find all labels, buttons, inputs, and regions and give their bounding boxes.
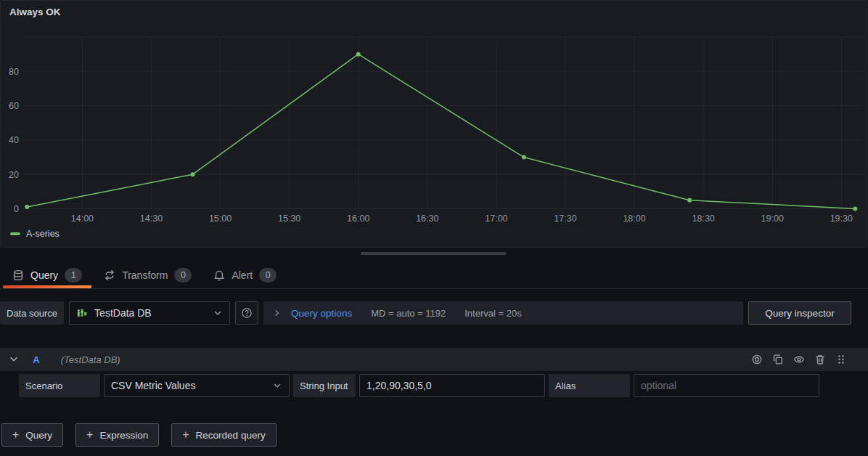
timeseries-panel: 14:0014:3015:0015:3016:0016:3017:0017:30… [0, 0, 867, 248]
duplicate-icon[interactable] [772, 354, 784, 365]
tab-query-count-badge: 1 [65, 268, 82, 282]
series-label: A-series [26, 229, 60, 239]
plus-icon: + [182, 429, 189, 441]
query-options-link[interactable]: Query options [291, 308, 352, 319]
bell-icon [213, 269, 225, 281]
chevron-down-icon [272, 380, 282, 391]
query-options-bar[interactable]: Query options MD = auto = 1192 Interval … [263, 301, 743, 325]
string-input-field[interactable] [359, 374, 545, 397]
add-query-button[interactable]: + Query [1, 423, 63, 447]
scenario-select[interactable]: CSV Metric Values [104, 374, 290, 397]
svg-text:17:30: 17:30 [554, 213, 576, 224]
svg-text:0: 0 [14, 204, 19, 214]
tab-alert[interactable]: Alert 0 [202, 262, 287, 288]
editor-actions: + Query + Expression + Recorded query [1, 423, 277, 447]
svg-text:15:30: 15:30 [278, 213, 300, 224]
datasource-help-button[interactable] [235, 301, 258, 325]
record-circle-icon[interactable] [751, 354, 763, 365]
help-circle-icon [241, 307, 253, 319]
svg-text:20: 20 [9, 170, 19, 180]
collapse-chevron-icon[interactable] [9, 354, 19, 365]
chevron-right-icon [273, 309, 282, 317]
query-row-actions [751, 354, 847, 365]
alias-label: Alias [549, 374, 630, 397]
testdata-datasource-icon [76, 307, 88, 319]
tab-transform[interactable]: Transform 0 [93, 262, 202, 288]
svg-text:15:00: 15:00 [209, 213, 232, 224]
string-input-label: String Input [293, 374, 356, 397]
svg-text:17:00: 17:00 [485, 213, 507, 224]
svg-text:40: 40 [9, 135, 19, 145]
panel-title[interactable]: Always OK [9, 7, 61, 17]
tab-transform-count-badge: 0 [174, 268, 192, 282]
svg-text:19:30: 19:30 [830, 213, 853, 224]
svg-text:14:00: 14:00 [71, 213, 94, 224]
query-editor-fields: Scenario CSV Metric Values String Input … [19, 374, 819, 397]
add-recorded-query-button[interactable]: + Recorded query [171, 423, 276, 447]
tab-query-label: Query [30, 269, 58, 281]
add-expression-button[interactable]: + Expression [75, 423, 159, 447]
editor-tabs-bar: Query 1 Transform 0 [0, 262, 868, 289]
query-row-header[interactable]: A (TestData DB) [0, 348, 868, 371]
svg-text:80: 80 [9, 67, 19, 77]
chevron-down-icon [213, 308, 223, 318]
series-color-swatch [10, 232, 20, 235]
trash-icon[interactable] [814, 354, 826, 365]
svg-text:16:30: 16:30 [416, 213, 438, 224]
time-series-chart[interactable]: 14:0014:3015:0015:3016:0016:3017:0017:30… [1, 1, 867, 227]
legend-item[interactable]: A-series [10, 229, 60, 239]
query-inspector-button[interactable]: Query inspector [748, 301, 851, 325]
tab-query[interactable]: Query 1 [1, 262, 93, 288]
plus-icon: + [12, 429, 19, 441]
query-ref-id[interactable]: A [33, 354, 40, 365]
svg-text:16:00: 16:00 [347, 213, 369, 224]
datasource-label: Data source [0, 301, 64, 325]
plus-icon: + [86, 429, 93, 441]
eye-icon[interactable] [793, 354, 805, 365]
drag-grip-icon[interactable] [835, 354, 847, 365]
panel-resize-handle[interactable] [361, 252, 507, 255]
svg-text:18:30: 18:30 [692, 213, 715, 224]
tab-alert-label: Alert [232, 269, 253, 281]
tab-transform-label: Transform [122, 269, 168, 281]
transform-icon [104, 269, 115, 281]
svg-text:18:00: 18:00 [623, 213, 645, 224]
svg-text:14:30: 14:30 [140, 213, 163, 224]
query-datasource-hint: (TestData DB) [61, 354, 120, 365]
alias-field[interactable] [634, 374, 819, 397]
active-tab-underline [3, 285, 91, 288]
scenario-value: CSV Metric Values [111, 380, 195, 391]
database-icon [12, 269, 24, 281]
svg-text:60: 60 [9, 101, 19, 111]
interval-stat: Interval = 20s [464, 308, 521, 319]
max-data-points-stat: MD = auto = 1192 [371, 308, 446, 319]
tab-alert-count-badge: 0 [259, 268, 277, 282]
query-toolbar: Data source TestData DB [0, 301, 851, 325]
svg-text:19:00: 19:00 [761, 213, 784, 224]
scenario-label: Scenario [19, 374, 100, 397]
datasource-picker[interactable]: TestData DB [69, 301, 230, 325]
datasource-value: TestData DB [94, 307, 152, 319]
